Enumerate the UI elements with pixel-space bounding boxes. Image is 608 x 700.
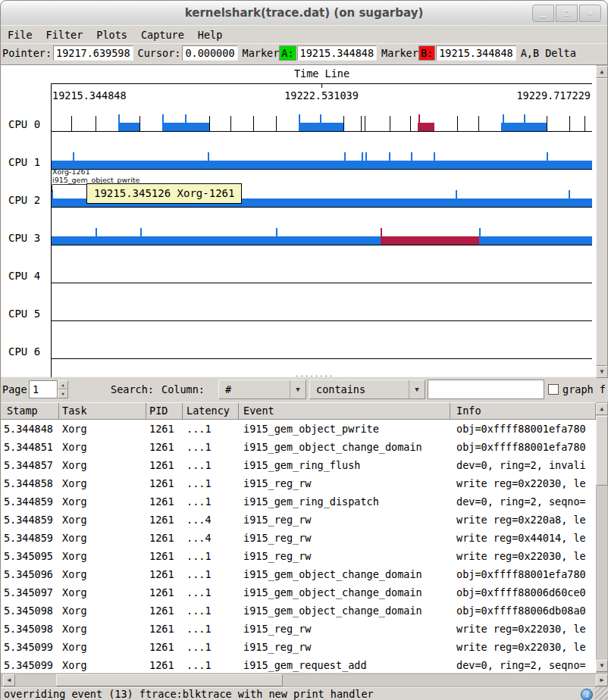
event-bar[interactable] [418,123,434,131]
timeline-title: Time Line [52,67,592,80]
table-vscroll-thumb[interactable] [596,416,608,486]
table-row[interactable]: 5.345099Xorg1261...1i915_gem_request_add… [1,656,596,673]
column-header-event[interactable]: Event [239,403,450,419]
table-cell: write reg=0x44014, le [456,529,596,547]
table-row[interactable]: 5.345099Xorg1261...1i915_reg_rwwrite reg… [1,638,596,656]
menu-item-plots[interactable]: Plots [89,26,134,44]
spin-down-icon[interactable]: ▼ [58,389,68,398]
cpu-label: CPU 2 [8,194,51,206]
event-tick-icon [410,116,411,131]
cpu-task-bar[interactable] [52,236,592,245]
scroll-left-icon[interactable]: ◀ [3,674,15,686]
page-spinner[interactable]: 1 [29,380,58,398]
table-cell: ...1 [186,656,239,673]
time-label-center: 19222.531039 [284,89,359,102]
table-row[interactable]: 5.345098Xorg1261...1i915_gem_object_chan… [1,602,596,620]
table-row[interactable]: 5.345097Xorg1261...1i915_gem_object_chan… [1,583,596,602]
graph-follows-checkbox[interactable] [548,384,559,395]
title-bar[interactable]: kernelshark(trace.dat) (on sugarbay) _ □… [1,1,607,26]
event-tick-icon [381,228,382,236]
event-tick-icon [389,152,390,161]
table-cell: ...1 [186,456,239,474]
menu-item-file[interactable]: File [1,26,39,44]
table-cell: write reg=0x22030, le [456,620,596,638]
event-tick-icon [230,116,231,131]
event-tick-icon [418,114,420,131]
table-cell: 5.344859 [1,492,53,511]
event-tick-icon [71,116,72,131]
spin-up-icon[interactable]: ▲ [58,380,68,389]
menu-item-capture[interactable]: Capture [134,26,191,44]
table-cell: i915_reg_rw [243,638,450,656]
table-row[interactable]: 5.344857Xorg1261...1i915_gem_ring_flushd… [1,456,596,474]
cursor-label: Cursor: [138,47,181,59]
column-select[interactable]: # ▼ [218,380,306,399]
table-hscrollbar[interactable]: ◀ ▶ [1,673,608,687]
table-cell: i915_gem_object_change_domain [243,583,450,602]
status-bar: overriding event (13) ftrace:blktrace wi… [1,687,608,700]
scroll-right-icon[interactable]: ▶ [596,674,608,686]
column-header-stamp[interactable]: Stamp [1,403,59,419]
table-cell: ...1 [186,420,239,438]
table-row[interactable]: 5.344848Xorg1261...1i915_gem_object_pwri… [1,420,596,438]
scroll-down-icon[interactable]: ▼ [596,366,608,378]
table-row[interactable]: 5.345096Xorg1261...1i915_gem_object_chan… [1,565,596,583]
menu-item-filter[interactable]: Filter [39,26,90,44]
table-cell: ...1 [186,492,239,511]
scroll-up-icon[interactable]: ▲ [596,66,608,78]
table-row[interactable]: 5.344859Xorg1261...4i915_reg_rwwrite reg… [1,511,596,529]
cpu-task-bar[interactable] [52,161,592,169]
table-cell: 5.344851 [1,438,53,456]
match-select[interactable]: contains ▼ [309,380,425,399]
table-row[interactable]: 5.344859Xorg1261...1i915_gem_ring_dispat… [1,492,596,511]
hover-task-label: Xorg-1261 [52,168,90,176]
scroll-up-icon[interactable]: ▲ [596,403,608,415]
minimize-icon[interactable]: _ [532,5,554,22]
graph-follows-label: graph f [563,378,606,402]
table-cell: 5.345098 [1,620,53,638]
table-cell: ...4 [186,529,239,547]
table-hscroll-thumb[interactable] [56,674,283,686]
graph-vscroll-thumb[interactable] [596,78,608,366]
scroll-down-icon[interactable]: ▼ [596,660,608,672]
search-label: Search: [111,378,154,402]
menu-item-help[interactable]: Help [191,26,230,44]
search-input[interactable] [428,380,544,399]
table-cell: Xorg [62,602,146,620]
resize-grip-icon[interactable] [595,687,608,700]
table-cell: Xorg [62,492,146,511]
event-tick-icon [524,114,525,131]
table-row[interactable]: 5.345095Xorg1261...1i915_reg_rwwrite reg… [1,547,596,565]
search-controls-bar: Page 1 ▲ ▼ Search: Column: # ▼ contains … [1,378,608,402]
maximize-icon[interactable]: □ [556,5,578,22]
event-tick-icon [299,114,300,131]
pointer-label: Pointer: [2,47,52,59]
table-cell: i915_gem_object_change_domain [243,438,450,456]
table-cell: Xorg [62,529,146,547]
event-bar[interactable] [118,123,139,131]
info-icon[interactable]: i [581,689,593,700]
column-header-task[interactable]: Task [59,403,146,419]
event-tick-icon [569,190,570,198]
kernelshark-window: kernelshark(trace.dat) (on sugarbay) _ □… [0,0,608,700]
table-row[interactable]: 5.345098Xorg1261...1i915_reg_rwwrite reg… [1,620,596,638]
table-vscrollbar[interactable]: ▲ ▼ [596,402,608,673]
table-cell: i915_gem_ring_dispatch [243,492,450,511]
column-header-latency[interactable]: Latency [183,403,239,419]
column-header-pid[interactable]: PID [146,403,183,419]
table-cell: write reg=0x22030, le [456,474,596,492]
table-row[interactable]: 5.344859Xorg1261...4i915_reg_rwwrite reg… [1,529,596,547]
table-row[interactable]: 5.344851Xorg1261...1i915_gem_object_chan… [1,438,596,456]
column-header-info[interactable]: Info [450,403,596,419]
table-cell: Xorg [62,438,146,456]
event-tick-icon [365,116,365,131]
pointer-info-bar: Pointer: 19217.639598 Cursor: 0.000000 M… [1,43,607,62]
timeline-graph-panel[interactable]: Time Line 19215.344848 19222.531039 1922… [1,64,608,377]
table-row[interactable]: 5.344858Xorg1261...1i915_reg_rwwrite reg… [1,474,596,492]
cpu-label: CPU 4 [8,270,51,282]
event-bar[interactable] [381,236,479,245]
cpu-baseline [52,320,592,321]
graph-vscrollbar[interactable]: ▲ ▼ [596,65,608,377]
close-icon[interactable]: ✕ [579,5,601,22]
event-tick-icon [209,116,210,131]
